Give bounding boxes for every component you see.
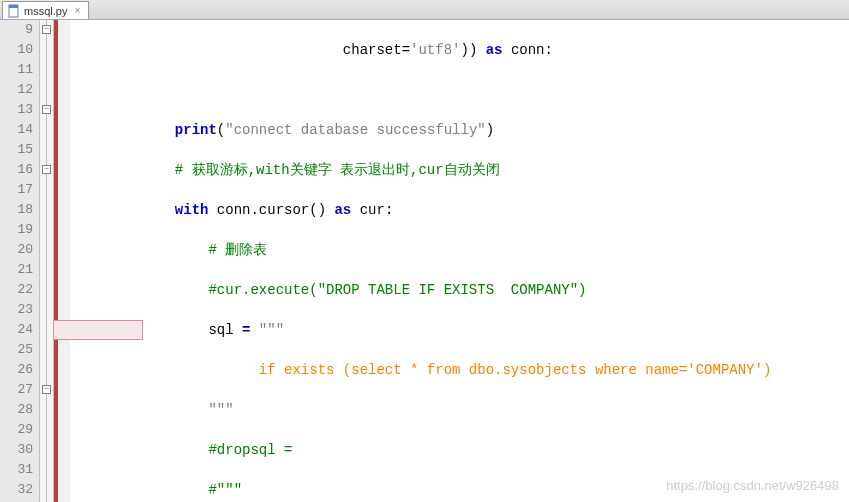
code-area[interactable]: charset='utf8')) as conn: print("connect…	[70, 20, 849, 502]
file-icon	[7, 4, 21, 18]
fold-toggle[interactable]: −	[42, 385, 51, 394]
close-icon[interactable]: ×	[72, 6, 82, 16]
line-number: 24	[0, 320, 33, 340]
line-number: 32	[0, 480, 33, 500]
fold-toggle[interactable]: −	[42, 25, 51, 34]
code-line[interactable]: sql = """	[74, 320, 849, 340]
line-number: 30	[0, 440, 33, 460]
fold-toggle[interactable]: −	[42, 165, 51, 174]
line-number: 17	[0, 180, 33, 200]
margin-column	[54, 20, 70, 502]
code-line[interactable]	[74, 80, 849, 100]
code-line[interactable]: #cur.execute("DROP TABLE IF EXISTS COMPA…	[74, 280, 849, 300]
line-number: 23	[0, 300, 33, 320]
fold-toggle[interactable]: −	[42, 105, 51, 114]
line-number: 12	[0, 80, 33, 100]
code-line[interactable]: #dropsql =	[74, 440, 849, 460]
line-number: 27	[0, 380, 33, 400]
line-number: 11	[0, 60, 33, 80]
line-number: 28	[0, 400, 33, 420]
tab-bar: mssql.py ×	[0, 0, 849, 20]
line-number-gutter: 9 10 11 12 13 14 15 16 17 18 19 20 21 22…	[0, 20, 40, 502]
tab-filename: mssql.py	[24, 5, 67, 17]
line-number: 10	[0, 40, 33, 60]
line-number: 13	[0, 100, 33, 120]
line-number: 21	[0, 260, 33, 280]
line-number: 22	[0, 280, 33, 300]
line-number: 29	[0, 420, 33, 440]
line-number: 26	[0, 360, 33, 380]
editor: 9 10 11 12 13 14 15 16 17 18 19 20 21 22…	[0, 20, 849, 502]
line-number: 18	[0, 200, 33, 220]
svg-rect-1	[9, 5, 18, 8]
file-tab[interactable]: mssql.py ×	[2, 1, 89, 19]
line-number: 25	[0, 340, 33, 360]
watermark: https://blog.csdn.net/w926498	[666, 476, 839, 496]
code-line[interactable]: print("connect database successfully")	[74, 120, 849, 140]
line-number: 14	[0, 120, 33, 140]
line-number: 20	[0, 240, 33, 260]
code-line[interactable]: # 删除表	[74, 240, 849, 260]
fold-column: − − − −	[40, 20, 54, 502]
fold-guide	[46, 20, 47, 502]
code-line[interactable]: # 获取游标,with关键字 表示退出时,cur自动关闭	[74, 160, 849, 180]
change-marker	[54, 20, 58, 502]
line-number: 31	[0, 460, 33, 480]
code-line[interactable]: if exists (select * from dbo.sysobjects …	[74, 360, 849, 380]
line-number: 9	[0, 20, 33, 40]
line-number: 16	[0, 160, 33, 180]
line-number: 15	[0, 140, 33, 160]
code-line[interactable]: charset='utf8')) as conn:	[74, 40, 849, 60]
code-line[interactable]: with conn.cursor() as cur:	[74, 200, 849, 220]
line-number: 19	[0, 220, 33, 240]
code-line[interactable]: """	[74, 400, 849, 420]
